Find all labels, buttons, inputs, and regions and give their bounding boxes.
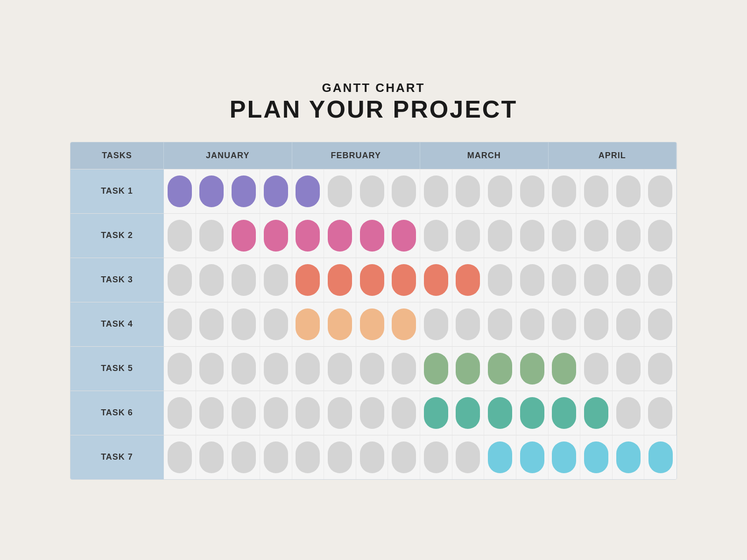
cell-task6-col8 bbox=[388, 391, 420, 435]
chart-grid: TASKSJANUARYFEBRUARYMARCHAPRILTASK 1TASK… bbox=[70, 142, 677, 480]
cell-task5-col5 bbox=[292, 346, 324, 391]
cell-task1-col15 bbox=[613, 169, 645, 213]
cell-task1-col2 bbox=[196, 169, 228, 213]
pill-task6-col2 bbox=[199, 397, 224, 429]
cell-task7-col14 bbox=[580, 435, 613, 479]
cell-task3-col1 bbox=[164, 258, 196, 302]
cell-task3-col6 bbox=[324, 258, 356, 302]
cell-task5-col3 bbox=[228, 346, 260, 391]
cell-task1-col6 bbox=[324, 169, 356, 213]
cell-task1-col11 bbox=[484, 169, 516, 213]
cell-task4-col6 bbox=[324, 302, 356, 346]
cell-task7-col4 bbox=[260, 435, 292, 479]
cell-task6-col14 bbox=[580, 391, 613, 435]
header-title: PLAN YOUR PROJECT bbox=[230, 95, 517, 123]
cell-task7-col2 bbox=[196, 435, 228, 479]
cell-task5-col9 bbox=[420, 346, 452, 391]
pill-task4-col6 bbox=[328, 308, 352, 340]
cell-task2-col4 bbox=[260, 213, 292, 258]
pill-task2-col13 bbox=[552, 220, 576, 252]
cell-task6-col12 bbox=[516, 391, 549, 435]
cell-task3-col2 bbox=[196, 258, 228, 302]
cell-task5-col13 bbox=[549, 346, 581, 391]
cell-task5-col14 bbox=[580, 346, 613, 391]
cell-task2-col12 bbox=[516, 213, 549, 258]
pill-task5-col13 bbox=[552, 353, 576, 385]
cell-task7-col8 bbox=[388, 435, 420, 479]
cell-task3-col4 bbox=[260, 258, 292, 302]
cell-task4-col15 bbox=[613, 302, 645, 346]
pill-task1-col16 bbox=[648, 175, 672, 207]
pill-task6-col4 bbox=[264, 397, 288, 429]
pill-task1-col11 bbox=[488, 175, 512, 207]
cell-task6-col3 bbox=[228, 391, 260, 435]
chart-container: TASKSJANUARYFEBRUARYMARCHAPRILTASK 1TASK… bbox=[70, 142, 677, 480]
cell-task3-col9 bbox=[420, 258, 452, 302]
pill-task2-col10 bbox=[456, 220, 480, 252]
pill-task6-col12 bbox=[520, 397, 544, 429]
cell-task5-col16 bbox=[644, 346, 677, 391]
pill-task1-col3 bbox=[232, 175, 256, 207]
pill-task3-col2 bbox=[199, 264, 224, 296]
pill-task2-col11 bbox=[488, 220, 512, 252]
pill-task2-col12 bbox=[520, 220, 544, 252]
task-label-2: TASK 2 bbox=[70, 213, 164, 258]
cell-task6-col11 bbox=[484, 391, 516, 435]
cell-task4-col5 bbox=[292, 302, 324, 346]
pill-task5-col12 bbox=[520, 353, 544, 385]
cell-task1-col16 bbox=[644, 169, 677, 213]
cell-task1-col5 bbox=[292, 169, 324, 213]
cell-task6-col6 bbox=[324, 391, 356, 435]
pill-task6-col15 bbox=[616, 397, 641, 429]
cell-task1-col14 bbox=[580, 169, 613, 213]
pill-task4-col13 bbox=[552, 308, 576, 340]
pill-task6-col3 bbox=[232, 397, 256, 429]
cell-task7-col1 bbox=[164, 435, 196, 479]
pill-task5-col8 bbox=[392, 353, 416, 385]
pill-task2-col16 bbox=[648, 220, 672, 252]
pill-task3-col6 bbox=[328, 264, 352, 296]
pill-task7-col16 bbox=[648, 441, 673, 473]
cell-task1-col1 bbox=[164, 169, 196, 213]
cell-task7-col6 bbox=[324, 435, 356, 479]
cell-task2-col10 bbox=[452, 213, 485, 258]
cell-task2-col16 bbox=[644, 213, 677, 258]
pill-task2-col6 bbox=[328, 220, 352, 252]
pill-task7-col7 bbox=[360, 441, 384, 473]
pill-task6-col13 bbox=[552, 397, 576, 429]
task-label-4: TASK 4 bbox=[70, 302, 164, 346]
cell-task1-col7 bbox=[356, 169, 388, 213]
cell-task5-col11 bbox=[484, 346, 516, 391]
pill-task7-col8 bbox=[392, 441, 416, 473]
pill-task2-col4 bbox=[264, 220, 288, 252]
cell-task5-col6 bbox=[324, 346, 356, 391]
cell-task4-col3 bbox=[228, 302, 260, 346]
cell-task1-col8 bbox=[388, 169, 420, 213]
pill-task5-col3 bbox=[232, 353, 256, 385]
cell-task3-col14 bbox=[580, 258, 613, 302]
col-header-tasks: TASKS bbox=[70, 142, 164, 169]
pill-task5-col11 bbox=[488, 353, 512, 385]
pill-task7-col2 bbox=[199, 441, 224, 473]
pill-task2-col8 bbox=[392, 220, 416, 252]
pill-task3-col10 bbox=[456, 264, 480, 296]
cell-task1-col13 bbox=[549, 169, 581, 213]
pill-task1-col2 bbox=[199, 175, 224, 207]
cell-task4-col9 bbox=[420, 302, 452, 346]
pill-task5-col16 bbox=[648, 353, 672, 385]
cell-task3-col8 bbox=[388, 258, 420, 302]
pill-task3-col16 bbox=[648, 264, 672, 296]
cell-task5-col1 bbox=[164, 346, 196, 391]
cell-task4-col12 bbox=[516, 302, 549, 346]
cell-task5-col12 bbox=[516, 346, 549, 391]
pill-task2-col2 bbox=[199, 220, 224, 252]
pill-task1-col6 bbox=[328, 175, 352, 207]
cell-task4-col4 bbox=[260, 302, 292, 346]
pill-task3-col5 bbox=[296, 264, 320, 296]
cell-task4-col8 bbox=[388, 302, 420, 346]
month-header-february: FEBRUARY bbox=[292, 142, 421, 169]
pill-task6-col1 bbox=[168, 397, 192, 429]
pill-task5-col14 bbox=[584, 353, 608, 385]
pill-task4-col11 bbox=[488, 308, 512, 340]
cell-task7-col11 bbox=[484, 435, 516, 479]
